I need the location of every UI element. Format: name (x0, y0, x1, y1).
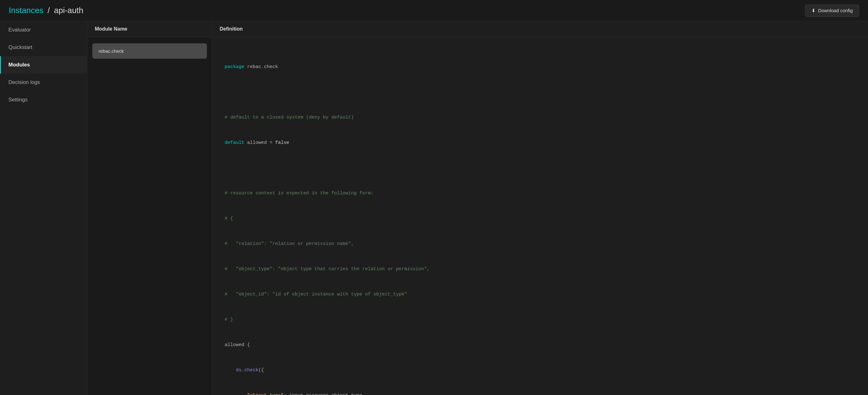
module-item-rebac-check[interactable]: rebac.check (92, 43, 207, 59)
breadcrumb: Instances / api-auth (9, 6, 83, 15)
sidebar-item-evaluator[interactable]: Evaluator (0, 21, 87, 39)
code-line (225, 164, 856, 172)
sidebar-item-settings[interactable]: Settings (0, 91, 87, 109)
sidebar-item-quickstart[interactable]: Quickstart (0, 39, 87, 56)
code-line: # "relation": "relation or permission na… (225, 240, 856, 248)
page-header: Instances / api-auth ⬇ Download config (0, 0, 868, 21)
code-line: # "object_id": "id of object instance wi… (225, 290, 856, 299)
code-panel: package rebac.check # default to a close… (212, 37, 868, 395)
main-content: Module Name Definition rebac.check packa… (87, 21, 868, 395)
sidebar-item-label: Modules (8, 62, 30, 68)
column-definition: Definition (212, 21, 868, 37)
sidebar-item-label: Evaluator (8, 27, 31, 33)
main-layout: Evaluator Quickstart Modules Decision lo… (0, 21, 868, 395)
download-icon: ⬇ (811, 8, 815, 13)
sidebar: Evaluator Quickstart Modules Decision lo… (0, 21, 87, 395)
sidebar-item-label: Decision logs (8, 79, 40, 85)
column-module-name: Module Name (87, 21, 212, 37)
current-page-label: api-auth (54, 6, 83, 15)
download-btn-label: Download config (818, 8, 853, 13)
sidebar-item-label: Settings (8, 97, 27, 103)
code-line (225, 88, 856, 96)
instances-link[interactable]: Instances (9, 6, 43, 15)
code-line: # resource context is expected in the fo… (225, 189, 856, 198)
content-body: rebac.check package rebac.check # defaul… (87, 37, 868, 395)
code-line: "object_type": input.resource.object_typ… (225, 391, 856, 395)
download-config-button[interactable]: ⬇ Download config (805, 4, 859, 17)
module-list: rebac.check (87, 37, 212, 395)
sidebar-item-decision-logs[interactable]: Decision logs (0, 73, 87, 91)
code-line: ds.check({ (225, 366, 856, 374)
breadcrumb-separator: / (48, 6, 50, 15)
code-line: # } (225, 315, 856, 324)
sidebar-item-modules[interactable]: Modules (0, 56, 87, 73)
code-line: # default to a closed system (deny by de… (225, 113, 856, 122)
code-line: # { (225, 214, 856, 223)
sidebar-item-label: Quickstart (8, 44, 32, 50)
code-line: allowed { (225, 341, 856, 349)
content-header: Module Name Definition (87, 21, 868, 37)
code-block: package rebac.check # default to a close… (225, 46, 856, 395)
code-line: # "object_type": "object type that carri… (225, 265, 856, 273)
code-line: default allowed = false (225, 139, 856, 147)
code-line: package rebac.check (225, 63, 856, 71)
